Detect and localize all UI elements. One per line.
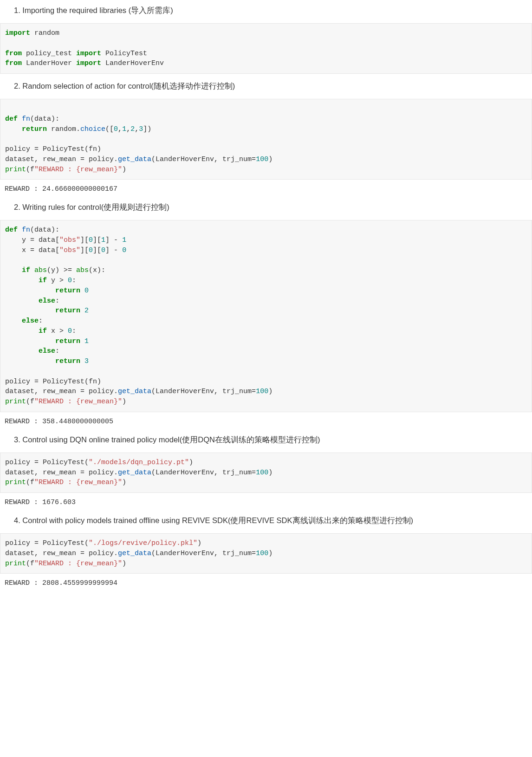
heading-2: 2. Random selection of action for contro… — [0, 76, 532, 97]
kw-if: if — [39, 277, 47, 285]
kw-import: import — [5, 29, 30, 37]
kw-return: return — [55, 307, 80, 315]
comma: , — [118, 125, 122, 133]
colon: : — [39, 317, 43, 325]
fn-getdata: get_data — [118, 155, 151, 163]
paren-close: ) — [189, 459, 193, 466]
code-line: policy = PolicyTest(fn) — [5, 378, 101, 386]
kw-def: def — [5, 226, 18, 234]
heading-1: 1. Importing the required libraries (导入所… — [0, 0, 532, 21]
dot: . — [114, 550, 118, 557]
kw-else: else — [39, 347, 55, 355]
kw-if: if — [22, 266, 30, 274]
num: 0 — [68, 277, 72, 285]
fn-getdata: get_data — [118, 469, 151, 477]
paren-close: ) — [122, 479, 126, 486]
code-line-a: dataset, rew_mean = policy — [5, 550, 114, 557]
code-text: x = data[ — [5, 246, 59, 254]
mod-landerhover: LanderHover — [22, 59, 76, 67]
output-cell-3: REWARD : 358.4480000000005 — [0, 414, 532, 429]
kw-return: return — [55, 337, 80, 345]
code-cell-5[interactable]: policy = PolicyTest("./logs/revive/polic… — [0, 533, 532, 574]
colon: : — [72, 327, 76, 335]
num-3: 3 — [139, 125, 143, 133]
kw-else: else — [22, 317, 39, 325]
f-prefix: f — [30, 166, 34, 174]
code-line-b: (LanderHoverEnv, trj_num= — [151, 388, 256, 395]
code-cell-4[interactable]: policy = PolicyTest("./models/dqn_policy… — [0, 453, 532, 493]
kw-from: from — [5, 50, 22, 58]
bracket-close: ]) — [143, 125, 151, 133]
num: 1 — [80, 337, 89, 345]
dot: . — [114, 469, 118, 477]
code-text: policy = PolicyTest( — [5, 539, 89, 547]
code-cell-3[interactable]: def fn(data): y = data["obs"][0][1] - 1 … — [0, 220, 532, 412]
comma: , — [135, 125, 139, 133]
comma: , — [126, 125, 130, 133]
cls-policytest: PolicyTest — [101, 50, 147, 58]
kw-from: from — [5, 59, 22, 67]
heading-4: 3. Control using DQN online trained poli… — [0, 429, 532, 451]
paren-close: ) — [197, 539, 201, 547]
str-path: "./models/dqn_policy.pt" — [89, 459, 189, 466]
output-cell-5: REWARD : 2808.4559999999994 — [0, 576, 532, 591]
cls-landerhoverenv: LanderHoverEnv — [101, 59, 164, 67]
code-text: x > — [47, 327, 68, 335]
fn-print: print — [5, 479, 26, 486]
num-0: 0 — [114, 125, 118, 133]
output-cell-4: REWARD : 1676.603 — [0, 495, 532, 510]
paren-close: ) — [268, 388, 272, 395]
code-line-b: (LanderHoverEnv, trj_num= — [151, 550, 256, 557]
code-text: policy = PolicyTest( — [5, 459, 89, 466]
fn-name: fn — [18, 226, 30, 234]
num: 1 — [101, 236, 105, 244]
fn-print: print — [5, 398, 26, 406]
num: 0 — [80, 287, 89, 295]
num-2: 2 — [130, 125, 135, 133]
num-1: 1 — [122, 125, 126, 133]
num: 3 — [80, 357, 89, 365]
fn-getdata: get_data — [118, 388, 151, 395]
paren-open: ( — [26, 166, 30, 174]
paren-close: ) — [268, 469, 272, 477]
fn-abs: abs — [34, 266, 47, 274]
num-100: 100 — [256, 155, 268, 163]
code-text: ] - — [105, 246, 122, 254]
fn-params: (data): — [30, 115, 59, 123]
code-cell-2[interactable]: def fn(data): return random.choice([0,1,… — [0, 99, 532, 180]
output-cell-2: REWARD : 24.666000000000167 — [0, 181, 532, 197]
code-line-a: dataset, rew_mean = policy — [5, 469, 114, 477]
kw-import: import — [76, 50, 101, 58]
num: 0 — [122, 246, 126, 254]
mod-policy-test: policy_test — [22, 50, 76, 58]
code-text: ][ — [93, 236, 101, 244]
num: 0 — [89, 246, 93, 254]
num-100: 100 — [256, 469, 268, 477]
kw-return: return — [55, 287, 80, 295]
paren-close: ) — [268, 550, 272, 557]
kw-return: return — [22, 125, 47, 133]
fn-name: fn — [18, 115, 30, 123]
num: 0 — [89, 236, 93, 244]
code-line-a: dataset, rew_mean = policy — [5, 388, 114, 395]
code-text: ][ — [80, 246, 89, 254]
code-cell-1[interactable]: import random from policy_test import Po… — [0, 23, 532, 74]
paren-open: ( — [26, 560, 30, 568]
fstring: "REWARD : {rew_mean}" — [34, 166, 122, 174]
code-line-b: (LanderHoverEnv, trj_num= — [151, 155, 256, 163]
num: 2 — [80, 307, 89, 315]
code-line: policy = PolicyTest(fn) — [5, 145, 101, 153]
num-100: 100 — [256, 388, 268, 395]
code-text: y > — [47, 277, 68, 285]
kw-def: def — [5, 115, 18, 123]
kw-else: else — [39, 297, 55, 305]
code-line-a: dataset, rew_mean = policy — [5, 155, 114, 163]
num-100: 100 — [256, 550, 268, 557]
code-text: ] - — [105, 236, 122, 244]
fstring: "REWARD : {rew_mean}" — [34, 560, 122, 568]
num: 0 — [68, 327, 72, 335]
kw-import: import — [76, 59, 101, 67]
str-obs: "obs" — [59, 246, 80, 254]
fstring: "REWARD : {rew_mean}" — [34, 479, 122, 486]
num: 1 — [122, 236, 126, 244]
